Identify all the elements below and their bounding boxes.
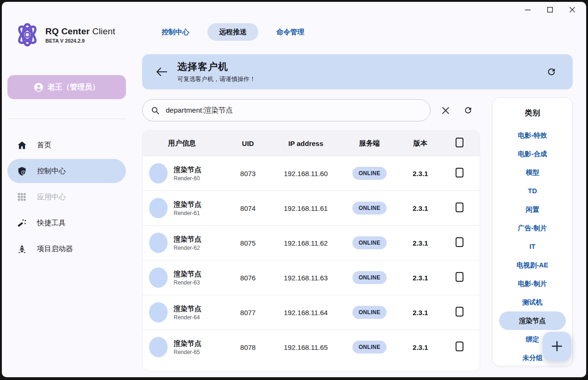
back-button[interactable] — [152, 63, 171, 81]
row-checkbox[interactable] — [456, 203, 463, 212]
status-badge: ONLINE — [352, 202, 386, 215]
search-refresh-button[interactable] — [460, 102, 476, 119]
client-avatar — [149, 267, 168, 288]
uid-value: 8074 — [221, 204, 275, 212]
rocket-icon — [17, 244, 27, 254]
category-item[interactable]: 渲染节点 — [499, 311, 566, 330]
status-badge: ONLINE — [352, 306, 386, 319]
row-checkbox[interactable] — [456, 168, 463, 177]
select-all-checkbox[interactable] — [456, 138, 463, 147]
window-controls — [520, 5, 580, 15]
status-badge: ONLINE — [352, 271, 386, 284]
search-input[interactable]: department:渲染节点 — [142, 99, 431, 121]
table-row[interactable]: 渲染节点 Render-65 8078 192.168.11.65 ONLINE… — [143, 329, 480, 364]
category-item[interactable]: 模型 — [499, 163, 566, 182]
sidebar-divider — [7, 119, 126, 119]
table-row[interactable]: 渲染节点 Render-61 8074 192.168.11.61 ONLINE… — [143, 190, 480, 225]
row-checkbox[interactable] — [456, 307, 463, 317]
client-hostname: Render-65 — [174, 349, 201, 355]
ip-value: 192.168.11.64 — [275, 309, 337, 317]
tab-remote-push[interactable]: 远程推送 — [207, 23, 258, 41]
status-badge: ONLINE — [352, 341, 386, 354]
client-hostname: Render-64 — [174, 314, 201, 321]
search-icon — [151, 106, 160, 115]
uid-value: 8078 — [221, 343, 275, 351]
user-badge-label: 老王（管理员） — [48, 82, 100, 92]
category-item[interactable]: 测试机 — [499, 293, 566, 311]
ip-value: 192.168.11.62 — [275, 239, 337, 247]
client-name: 渲染节点 — [174, 339, 201, 348]
plus-icon — [551, 340, 563, 352]
column-header-user: 用户信息 — [143, 139, 221, 148]
tab-command-management[interactable]: 命令管理 — [265, 23, 316, 41]
category-item[interactable]: 电视剧-AE — [499, 256, 566, 274]
client-table: 用户信息 UID IP address 服务端 版本 渲染节点 Render-6… — [142, 130, 480, 371]
category-item[interactable]: IT — [499, 237, 566, 256]
category-item[interactable]: 广告-制片 — [499, 219, 566, 237]
table-row[interactable]: 渲染节点 Render-63 8076 192.168.11.63 ONLINE… — [143, 260, 480, 295]
top-tab-bar: 控制中心 远程推送 命令管理 — [150, 23, 316, 41]
clear-search-button[interactable] — [437, 102, 454, 119]
category-item[interactable]: 电影-合成 — [499, 145, 566, 163]
row-checkbox[interactable] — [456, 237, 463, 247]
version-value: 2.3.1 — [402, 170, 439, 177]
client-hostname: Render-61 — [174, 210, 201, 216]
category-item[interactable]: 电影-特效 — [499, 126, 566, 145]
ip-value: 192.168.11.61 — [275, 204, 337, 212]
version-value: 2.3.1 — [402, 204, 439, 212]
search-query-text: department:渲染节点 — [166, 106, 233, 115]
ip-value: 192.168.11.60 — [275, 170, 337, 177]
column-header-ip: IP address — [275, 139, 337, 147]
client-avatar — [149, 163, 168, 184]
table-header: 用户信息 UID IP address 服务端 版本 — [143, 131, 480, 156]
column-header-status: 服务端 — [337, 139, 402, 148]
sidebar-item-label: 快捷工具 — [37, 218, 66, 228]
app-logo: RQ Center Client BETA V 2024.2.9 — [14, 21, 115, 48]
tab-control-center[interactable]: 控制中心 — [150, 23, 201, 41]
category-item[interactable]: 闲置 — [499, 200, 566, 219]
sidebar-item-control-center[interactable]: 控制中心 — [7, 159, 126, 183]
app-window: RQ Center Client BETA V 2024.2.9 老王（管理员）… — [2, 2, 586, 377]
wand-icon — [17, 218, 27, 228]
home-icon — [17, 140, 27, 150]
row-checkbox[interactable] — [456, 272, 463, 282]
client-hostname: Render-60 — [174, 175, 201, 182]
close-button[interactable] — [565, 5, 580, 15]
refresh-button[interactable] — [543, 63, 560, 80]
user-badge[interactable]: 老王（管理员） — [7, 75, 126, 99]
category-panel-title: 类别 — [493, 108, 572, 118]
table-row[interactable]: 渲染节点 Render-60 8073 192.168.11.60 ONLINE… — [143, 156, 480, 190]
version-value: 2.3.1 — [402, 274, 439, 282]
page-header-banner: 选择客户机 可复选客户机，请谨慎操作！ — [142, 54, 573, 89]
add-category-button[interactable] — [543, 332, 571, 361]
client-avatar — [149, 302, 168, 323]
minimize-button[interactable] — [520, 5, 535, 15]
atom-logo-icon — [14, 21, 41, 48]
category-panel: 类别 电影-特效 电影-合成 模型 TD 闲置 广告-制片 IT 电视剧-AE … — [492, 97, 573, 366]
sidebar-item-app-center: 应用中心 — [7, 185, 126, 209]
maximize-button[interactable] — [543, 5, 557, 15]
client-avatar — [149, 233, 168, 253]
sidebar-item-label: 首页 — [37, 140, 51, 150]
client-name: 渲染节点 — [174, 304, 201, 313]
sidebar-item-quick-tools[interactable]: 快捷工具 — [7, 211, 126, 235]
column-header-version: 版本 — [402, 139, 439, 148]
version-value: 2.3.1 — [402, 239, 439, 247]
table-row[interactable]: 渲染节点 Render-64 8077 192.168.11.64 ONLINE… — [143, 295, 480, 329]
status-badge: ONLINE — [352, 236, 386, 249]
sidebar-item-label: 应用中心 — [37, 192, 66, 202]
category-item[interactable]: 电影-制片 — [499, 274, 566, 293]
client-name: 渲染节点 — [174, 200, 201, 209]
table-row[interactable]: 渲染节点 Render-62 8075 192.168.11.62 ONLINE… — [143, 225, 480, 260]
client-hostname: Render-63 — [174, 279, 201, 286]
sidebar-item-home[interactable]: 首页 — [7, 133, 126, 157]
client-name: 渲染节点 — [174, 235, 201, 244]
uid-value: 8075 — [221, 239, 275, 247]
sidebar-item-project-launcher[interactable]: 项目启动器 — [7, 237, 126, 261]
client-name: 渲染节点 — [174, 165, 201, 174]
sidebar: RQ Center Client BETA V 2024.2.9 老王（管理员）… — [2, 2, 137, 377]
category-item[interactable]: TD — [499, 182, 566, 200]
status-badge: ONLINE — [352, 167, 386, 180]
row-checkbox[interactable] — [456, 342, 463, 351]
client-name: 渲染节点 — [174, 270, 201, 279]
